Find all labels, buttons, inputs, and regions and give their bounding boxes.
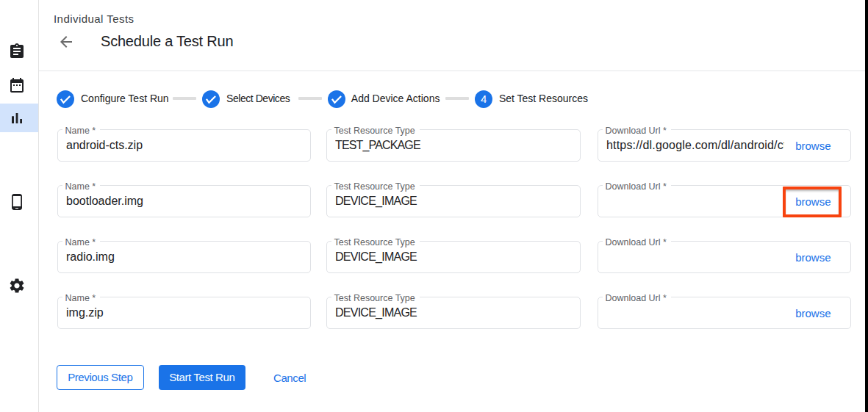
svg-text:4: 4 [481,93,487,105]
